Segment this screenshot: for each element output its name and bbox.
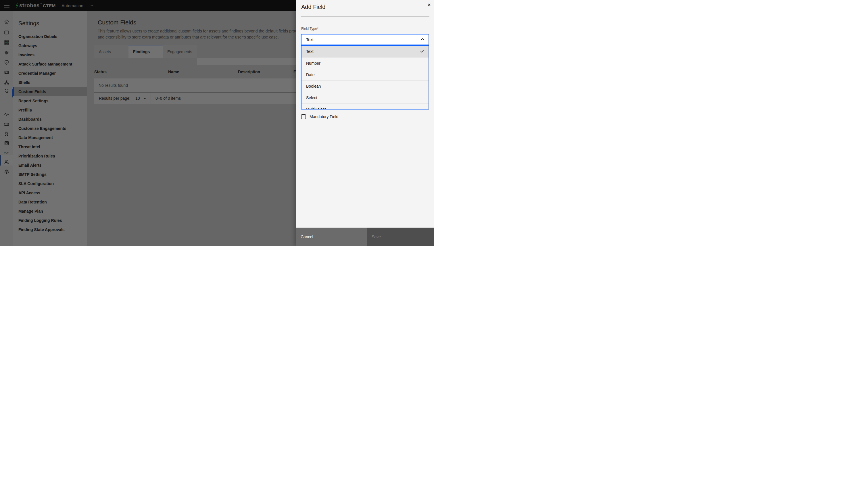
field-type-value: Text xyxy=(306,38,314,42)
panel-footer: Cancel Save xyxy=(296,228,434,246)
chevron-up-icon[interactable] xyxy=(421,38,424,40)
app-root: strobes ™ CTEM Automation xyxy=(0,0,434,246)
dropdown-option[interactable]: MultiSelect xyxy=(301,103,428,109)
add-field-panel: Add Field ✕ Field Type* Text Text Number xyxy=(296,0,434,246)
dropdown-option[interactable]: Date xyxy=(301,69,428,80)
field-type-label: Field Type* xyxy=(301,27,319,31)
mandatory-field-checkbox-row[interactable]: Mandatory Field xyxy=(301,114,338,119)
mandatory-field-label: Mandatory Field xyxy=(309,114,338,119)
dropdown-option[interactable]: Text xyxy=(301,46,428,57)
cancel-button[interactable]: Cancel xyxy=(296,228,367,246)
field-type-select[interactable]: Text xyxy=(301,34,429,45)
dropdown-option[interactable]: Number xyxy=(301,57,428,69)
close-icon[interactable]: ✕ xyxy=(426,2,432,8)
dropdown-option[interactable]: Boolean xyxy=(301,80,428,92)
save-button[interactable]: Save xyxy=(367,228,434,246)
modal-overlay[interactable] xyxy=(0,0,296,246)
field-type-dropdown: Text Number Date xyxy=(301,45,429,109)
mandatory-field-checkbox[interactable] xyxy=(301,114,306,119)
panel-divider xyxy=(301,16,429,17)
panel-title: Add Field xyxy=(301,4,326,10)
dropdown-option[interactable]: Select xyxy=(301,92,428,103)
checkmark-icon xyxy=(420,49,424,53)
